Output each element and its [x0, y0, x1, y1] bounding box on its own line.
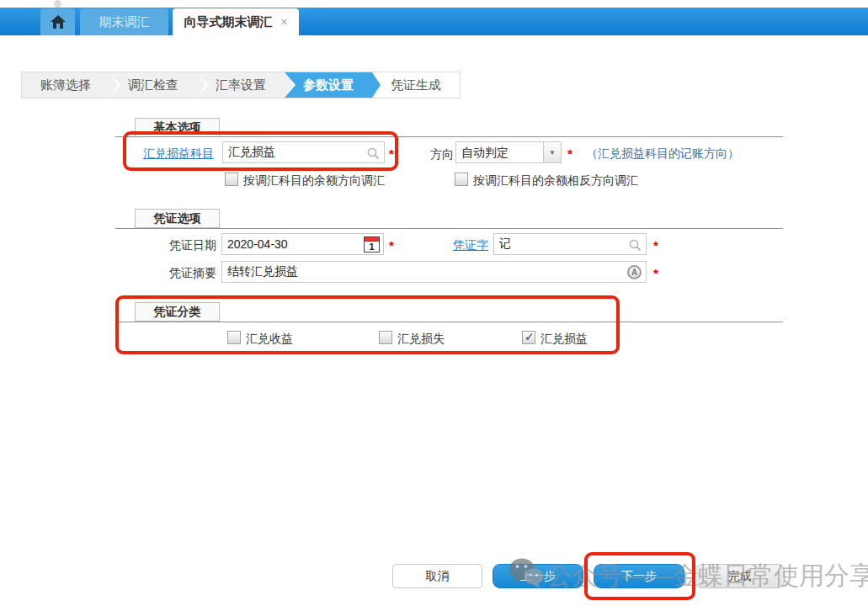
cancel-button[interactable]: 取消	[392, 564, 482, 588]
main-tab-bar: 期末调汇 向导式期末调汇 ×	[0, 8, 868, 35]
prev-step-button[interactable]: 上一步	[493, 564, 583, 588]
direction-label: 方向	[430, 147, 454, 162]
exchange-gain-label: 汇兑收益	[246, 332, 293, 347]
section-divider	[115, 136, 783, 137]
app-window: 期末调汇 向导式期末调汇 × 账簿选择 调汇检查 汇率设置 参数设置 凭证生成 …	[0, 0, 868, 606]
tab-wizard-period-end-adjust[interactable]: 向导式期末调汇 ×	[173, 8, 299, 35]
exchange-loss-label: 汇兑损失	[397, 332, 445, 347]
exchange-gain-checkbox[interactable]	[227, 331, 241, 344]
section-divider	[115, 228, 783, 229]
close-icon[interactable]: ×	[280, 16, 287, 28]
section-header-voucher-category: 凭证分类	[135, 302, 220, 322]
voucher-summary-label: 凭证摘要	[156, 266, 216, 281]
top-strip	[0, 0, 868, 8]
reverse-direction-label: 按调汇科目的余额相反方向调汇	[473, 173, 638, 189]
finish-button[interactable]: 完成	[695, 564, 785, 588]
exchange-loss-checkbox[interactable]	[379, 331, 392, 344]
section-header-basic-options: 基本选项	[135, 118, 220, 137]
section-header-voucher-options: 凭证选项	[135, 209, 220, 228]
required-marker: *	[653, 266, 658, 280]
exchange-gainloss-account-link[interactable]: 汇兑损益科目	[143, 146, 214, 162]
voucher-word-input[interactable]	[494, 234, 646, 254]
step-parameter-setting[interactable]: 参数设置	[285, 72, 372, 98]
balance-direction-label: 按调汇科目的余额方向调汇	[243, 173, 385, 189]
next-step-button[interactable]: 下一步	[594, 564, 684, 588]
calendar-icon[interactable]: 1	[364, 237, 380, 252]
step-voucher-generate[interactable]: 凭证生成	[372, 72, 460, 98]
exchange-gainloss-account-field	[222, 141, 385, 163]
required-marker: *	[389, 238, 394, 252]
wizard-steps: 账簿选择 调汇检查 汇率设置 参数设置 凭证生成	[21, 72, 461, 98]
tab-period-end-adjust[interactable]: 期末调汇	[80, 8, 168, 35]
direction-note: （汇兑损益科目的记账方向）	[586, 146, 739, 162]
voucher-date-input[interactable]	[222, 234, 383, 254]
voucher-word-link[interactable]: 凭证字	[453, 238, 488, 253]
voucher-summary-field: A	[221, 261, 647, 283]
exchange-gainloss-account-input[interactable]	[223, 142, 384, 162]
direction-value: 自动判定	[461, 146, 509, 161]
step-adjust-check[interactable]: 调汇检查	[109, 72, 197, 98]
direction-select[interactable]: 自动判定 ▼	[455, 141, 562, 163]
voucher-date-field: 1	[221, 233, 384, 255]
required-marker: *	[653, 238, 658, 252]
voucher-summary-input[interactable]	[222, 262, 646, 282]
exchange-gainloss-checkbox[interactable]	[522, 331, 535, 344]
required-marker: *	[389, 146, 394, 161]
search-icon[interactable]	[366, 146, 380, 160]
browser-artifact-dot	[54, 0, 61, 8]
balance-direction-checkbox[interactable]	[225, 173, 238, 186]
voucher-date-label: 凭证日期	[156, 238, 216, 253]
summary-assistant-icon[interactable]: A	[627, 265, 642, 279]
exchange-gainloss-label: 汇兑损益	[541, 332, 588, 347]
voucher-word-field	[493, 233, 647, 255]
search-icon[interactable]	[628, 238, 642, 252]
required-marker: *	[567, 146, 572, 161]
tab-label: 向导式期末调汇	[184, 14, 272, 30]
step-rate-setting[interactable]: 汇率设置	[197, 72, 285, 98]
home-icon	[51, 15, 66, 29]
step-account-book-select[interactable]: 账簿选择	[22, 72, 109, 98]
tab-label: 期末调汇	[99, 14, 150, 30]
home-tab[interactable]	[40, 8, 75, 35]
section-divider	[115, 322, 783, 322]
reverse-direction-checkbox[interactable]	[455, 173, 468, 186]
chevron-down-icon[interactable]: ▼	[543, 142, 561, 162]
